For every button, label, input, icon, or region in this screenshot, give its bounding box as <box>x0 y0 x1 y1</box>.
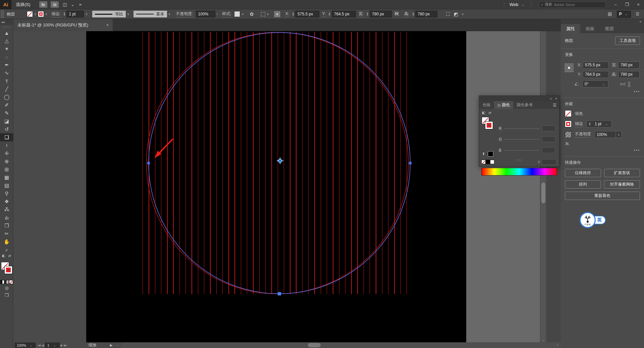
recolor-button[interactable]: 重新着色 <box>565 192 640 200</box>
x-stepper[interactable]: ▲▼ <box>292 12 294 16</box>
artboard[interactable] <box>86 31 466 342</box>
x-field[interactable]: 575.5 px <box>583 62 609 69</box>
collapse-panels-icon[interactable]: » <box>561 19 644 24</box>
opacity-field[interactable]: 100% <box>594 131 616 138</box>
reference-point-locator[interactable] <box>274 11 280 17</box>
hex-field[interactable] <box>542 159 556 165</box>
opacity-label[interactable]: 不透明度 <box>575 131 591 138</box>
stroke-width-stepper[interactable]: ▲▼ 1 pt ⌄ <box>586 120 612 128</box>
chevron-down-icon[interactable]: ∨ <box>267 12 269 16</box>
red-value-field[interactable] <box>542 126 555 131</box>
toolbar-collapse-icon[interactable]: ▸▸ <box>0 19 13 25</box>
pen-tool[interactable]: ✒ <box>0 61 13 69</box>
tab-swatches[interactable]: 色板 <box>479 101 494 109</box>
stroke-width-field[interactable]: 1 pt <box>66 11 84 17</box>
scroll-down-icon[interactable]: ⌄ <box>540 338 546 342</box>
document-tab[interactable]: 未标题-1* @ 100% (RGB/GPU 预览) × <box>13 19 113 31</box>
tab-layers[interactable]: 图层 <box>600 24 619 33</box>
anchor-point-left[interactable] <box>147 162 150 164</box>
gradient-button[interactable] <box>5 280 9 284</box>
zoom-tool[interactable]: ⌕ <box>0 246 13 254</box>
color-spectrum-bar[interactable] <box>481 168 557 176</box>
green-slider[interactable] <box>504 139 539 140</box>
search-input[interactable]: ⌕ 搜索 Adobe Stock <box>539 1 606 8</box>
offset-path-button[interactable]: 位移路径 <box>565 169 601 177</box>
paintbrush-tool[interactable]: ✐ <box>0 101 13 109</box>
none-button[interactable] <box>9 280 13 284</box>
drawing-mode-icon[interactable]: ◎ <box>0 284 13 291</box>
panel-menu-icon[interactable]: ☰ <box>636 12 639 16</box>
restore-button[interactable]: ❐ <box>621 0 633 9</box>
close-panel-icon[interactable]: × <box>555 97 557 100</box>
stroke-width-stepper[interactable]: ▲▼ <box>63 12 66 16</box>
selection-tool[interactable]: ▲ <box>0 29 13 37</box>
blue-value-field[interactable] <box>542 147 555 153</box>
chevron-down-icon[interactable]: ⌄ <box>71 2 74 7</box>
last-color-icon[interactable]: ⬆ <box>482 152 485 156</box>
layout-icon[interactable]: ◫ <box>63 2 67 7</box>
stroke-label[interactable]: 描边 <box>575 121 583 127</box>
close-button[interactable]: × <box>633 0 644 9</box>
chevron-down-icon[interactable]: ∨ <box>85 12 88 16</box>
status-play-icon[interactable]: ▶ <box>110 343 113 347</box>
blue-slider[interactable] <box>504 150 539 151</box>
next-artboard-icon[interactable]: ▶ <box>61 344 63 347</box>
y-label[interactable]: Y: <box>322 11 326 17</box>
tab-properties[interactable]: 属性 <box>561 24 580 33</box>
width-stepper[interactable]: ▲▼ <box>366 12 369 16</box>
color-button[interactable] <box>0 280 4 284</box>
artboard-number-dropdown[interactable]: 1 ⌄ <box>45 343 60 348</box>
none-swatch[interactable] <box>481 160 486 164</box>
slice-tool[interactable]: ✂ <box>0 230 13 238</box>
stroke-swatch[interactable] <box>565 121 572 127</box>
bridge-button[interactable]: Br <box>39 1 47 8</box>
mini-swatch-icon[interactable]: ◧ <box>482 111 485 115</box>
curvature-tool[interactable]: ∿ <box>0 69 13 77</box>
toolbar-stroke-swatch[interactable] <box>4 266 12 274</box>
minimize-button[interactable]: – <box>610 0 621 9</box>
align-objects-icon[interactable]: ⛶ <box>446 11 450 17</box>
mini-swatch-icon[interactable]: ◧ <box>2 254 5 259</box>
previous-artboard-icon[interactable]: ◀ <box>42 344 44 347</box>
style-swatch[interactable] <box>234 11 240 17</box>
center-point-widget[interactable] <box>277 157 283 164</box>
rotation-angle-dropdown[interactable]: 0° ⌄ <box>582 80 608 87</box>
swap-fill-stroke-icon[interactable]: ⇄ <box>488 111 491 115</box>
share-icon[interactable]: ➢ <box>78 2 82 7</box>
height-field[interactable]: 780 px <box>618 71 640 78</box>
anchor-point-bottom[interactable] <box>278 292 281 295</box>
vertical-scrollbar-thumb[interactable] <box>541 183 545 203</box>
anchor-point-right[interactable] <box>409 162 412 164</box>
y-field[interactable]: 764.5 px <box>332 11 356 17</box>
x-label[interactable]: X: <box>285 11 289 17</box>
fill-swatch[interactable] <box>27 11 33 17</box>
line-tool[interactable]: ╱ <box>0 85 13 93</box>
toolbar-grip[interactable]: ▪▪▪▪▪▪ <box>0 25 13 29</box>
stroke-swatch[interactable] <box>485 121 493 129</box>
recolor-artwork-icon[interactable]: ✿ <box>250 11 254 17</box>
collapse-panel-icon[interactable]: « <box>550 97 552 100</box>
mesh-tool[interactable]: ▦ <box>0 173 13 182</box>
stroke-label[interactable]: 描边: <box>51 11 60 17</box>
app-logo[interactable]: Ai <box>0 0 11 9</box>
flip-vertical-icon[interactable]: ▷◁ <box>628 82 632 86</box>
shape-builder-tool[interactable]: ⊕ <box>0 157 13 165</box>
chevron-down-icon[interactable]: ∨ <box>45 12 48 16</box>
swap-fill-stroke-icon[interactable]: ⇄ <box>8 254 11 259</box>
gradient-tool[interactable]: ▤ <box>0 182 13 190</box>
hand-tool[interactable]: ✋ <box>0 238 13 246</box>
artboard-tool[interactable]: ❐ <box>0 222 13 230</box>
horizontal-scrollbar-thumb[interactable] <box>308 343 321 347</box>
reference-point-locator[interactable] <box>565 64 573 78</box>
blend-tool[interactable]: ❖ <box>0 198 13 206</box>
height-label[interactable]: 高: <box>404 11 409 17</box>
status-back-icon[interactable]: ‹ <box>117 343 118 347</box>
scroll-right-icon[interactable]: › <box>557 343 558 347</box>
width-field[interactable]: 780 px <box>618 62 640 69</box>
green-value-field[interactable] <box>542 136 555 142</box>
last-color-swatch[interactable] <box>488 151 493 157</box>
type-tool[interactable]: T <box>0 77 13 85</box>
brush-dropdown[interactable]: 基本 <box>133 11 167 17</box>
style-label[interactable]: 样式: <box>222 11 231 17</box>
eraser-tool[interactable]: ◪ <box>0 117 13 125</box>
